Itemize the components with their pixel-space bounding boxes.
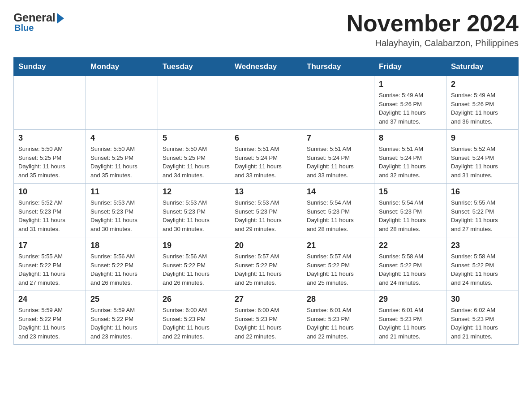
day-number: 15 <box>379 187 442 197</box>
day-info: Sunrise: 6:01 AMSunset: 5:23 PMDaylight:… <box>307 306 369 341</box>
day-number: 3 <box>18 133 81 143</box>
calendar-cell: 12Sunrise: 5:53 AMSunset: 5:23 PMDayligh… <box>158 184 230 237</box>
calendar-cell: 16Sunrise: 5:55 AMSunset: 5:22 PMDayligh… <box>446 184 519 237</box>
calendar-week-row: 17Sunrise: 5:55 AMSunset: 5:22 PMDayligh… <box>14 237 519 291</box>
calendar-cell: 3Sunrise: 5:50 AMSunset: 5:25 PMDaylight… <box>14 130 86 184</box>
title-area: November 2024 Halayhayin, Calabarzon, Ph… <box>347 11 519 48</box>
day-number: 18 <box>90 241 153 250</box>
day-info: Sunrise: 6:01 AMSunset: 5:23 PMDaylight:… <box>379 306 442 341</box>
day-info: Sunrise: 5:51 AMSunset: 5:24 PMDaylight:… <box>379 145 442 180</box>
day-info: Sunrise: 5:58 AMSunset: 5:22 PMDaylight:… <box>451 252 514 287</box>
day-number: 11 <box>90 187 153 197</box>
calendar-cell: 6Sunrise: 5:51 AMSunset: 5:24 PMDaylight… <box>230 130 302 184</box>
weekday-header-monday: Monday <box>86 58 158 76</box>
day-number: 16 <box>451 187 514 197</box>
calendar-cell: 24Sunrise: 5:59 AMSunset: 5:22 PMDayligh… <box>14 291 86 345</box>
calendar-cell: 29Sunrise: 6:01 AMSunset: 5:23 PMDayligh… <box>374 291 446 345</box>
calendar-cell <box>230 76 302 130</box>
calendar-cell: 25Sunrise: 5:59 AMSunset: 5:22 PMDayligh… <box>86 291 158 345</box>
day-number: 30 <box>451 295 514 304</box>
calendar-cell: 23Sunrise: 5:58 AMSunset: 5:22 PMDayligh… <box>446 237 519 291</box>
day-number: 21 <box>307 241 369 250</box>
day-number: 19 <box>163 241 225 250</box>
day-number: 12 <box>163 187 225 197</box>
day-number: 20 <box>235 241 297 250</box>
calendar-cell: 18Sunrise: 5:56 AMSunset: 5:22 PMDayligh… <box>86 237 158 291</box>
day-info: Sunrise: 5:59 AMSunset: 5:22 PMDaylight:… <box>18 306 81 341</box>
calendar-cell: 9Sunrise: 5:52 AMSunset: 5:24 PMDaylight… <box>446 130 519 184</box>
day-number: 10 <box>18 187 81 197</box>
day-info: Sunrise: 6:02 AMSunset: 5:23 PMDaylight:… <box>451 306 514 341</box>
day-info: Sunrise: 6:00 AMSunset: 5:23 PMDaylight:… <box>163 306 225 341</box>
calendar-week-row: 1Sunrise: 5:49 AMSunset: 5:26 PMDaylight… <box>14 76 519 130</box>
calendar-cell: 10Sunrise: 5:52 AMSunset: 5:23 PMDayligh… <box>14 184 86 237</box>
weekday-header-saturday: Saturday <box>446 58 519 76</box>
day-info: Sunrise: 5:49 AMSunset: 5:26 PMDaylight:… <box>451 91 514 126</box>
calendar-cell: 13Sunrise: 5:53 AMSunset: 5:23 PMDayligh… <box>230 184 302 237</box>
calendar-cell: 21Sunrise: 5:57 AMSunset: 5:22 PMDayligh… <box>302 237 374 291</box>
day-number: 13 <box>235 187 297 197</box>
calendar-cell: 19Sunrise: 5:56 AMSunset: 5:22 PMDayligh… <box>158 237 230 291</box>
weekday-header-thursday: Thursday <box>302 58 374 76</box>
day-info: Sunrise: 5:50 AMSunset: 5:25 PMDaylight:… <box>18 145 81 180</box>
calendar-cell: 7Sunrise: 5:51 AMSunset: 5:24 PMDaylight… <box>302 130 374 184</box>
calendar-cell <box>302 76 374 130</box>
calendar-cell: 17Sunrise: 5:55 AMSunset: 5:22 PMDayligh… <box>14 237 86 291</box>
day-info: Sunrise: 5:53 AMSunset: 5:23 PMDaylight:… <box>235 198 297 233</box>
day-info: Sunrise: 5:50 AMSunset: 5:25 PMDaylight:… <box>163 145 225 180</box>
day-number: 9 <box>451 133 514 143</box>
calendar-cell: 28Sunrise: 6:01 AMSunset: 5:23 PMDayligh… <box>302 291 374 345</box>
day-info: Sunrise: 5:57 AMSunset: 5:22 PMDaylight:… <box>307 252 369 287</box>
day-info: Sunrise: 5:51 AMSunset: 5:24 PMDaylight:… <box>307 145 369 180</box>
day-info: Sunrise: 5:52 AMSunset: 5:24 PMDaylight:… <box>451 145 514 180</box>
day-info: Sunrise: 5:54 AMSunset: 5:23 PMDaylight:… <box>307 198 369 233</box>
page-header: General Blue November 2024 Halayhayin, C… <box>13 11 519 48</box>
day-number: 6 <box>235 133 297 143</box>
day-info: Sunrise: 5:59 AMSunset: 5:22 PMDaylight:… <box>90 306 153 341</box>
calendar-cell: 4Sunrise: 5:50 AMSunset: 5:25 PMDaylight… <box>86 130 158 184</box>
day-info: Sunrise: 5:58 AMSunset: 5:22 PMDaylight:… <box>379 252 442 287</box>
day-number: 7 <box>307 133 369 143</box>
day-number: 29 <box>379 295 442 304</box>
calendar-cell: 27Sunrise: 6:00 AMSunset: 5:23 PMDayligh… <box>230 291 302 345</box>
calendar-cell: 26Sunrise: 6:00 AMSunset: 5:23 PMDayligh… <box>158 291 230 345</box>
calendar-week-row: 3Sunrise: 5:50 AMSunset: 5:25 PMDaylight… <box>14 130 519 184</box>
day-number: 14 <box>307 187 369 197</box>
day-info: Sunrise: 5:52 AMSunset: 5:23 PMDaylight:… <box>18 198 81 233</box>
calendar-header-row: SundayMondayTuesdayWednesdayThursdayFrid… <box>14 58 519 76</box>
calendar-week-row: 10Sunrise: 5:52 AMSunset: 5:23 PMDayligh… <box>14 184 519 237</box>
weekday-header-tuesday: Tuesday <box>158 58 230 76</box>
calendar-cell: 11Sunrise: 5:53 AMSunset: 5:23 PMDayligh… <box>86 184 158 237</box>
logo: General Blue <box>13 11 64 33</box>
calendar-cell <box>158 76 230 130</box>
calendar-cell: 15Sunrise: 5:54 AMSunset: 5:23 PMDayligh… <box>374 184 446 237</box>
page-title: November 2024 <box>347 11 519 36</box>
day-info: Sunrise: 5:51 AMSunset: 5:24 PMDaylight:… <box>235 145 297 180</box>
calendar-cell <box>14 76 86 130</box>
day-number: 27 <box>235 295 297 304</box>
weekday-header-wednesday: Wednesday <box>230 58 302 76</box>
day-info: Sunrise: 6:00 AMSunset: 5:23 PMDaylight:… <box>235 306 297 341</box>
day-info: Sunrise: 5:50 AMSunset: 5:25 PMDaylight:… <box>90 145 153 180</box>
day-number: 28 <box>307 295 369 304</box>
logo-blue-text: Blue <box>14 23 34 33</box>
day-number: 25 <box>90 295 153 304</box>
day-number: 17 <box>18 241 81 250</box>
calendar-cell: 2Sunrise: 5:49 AMSunset: 5:26 PMDaylight… <box>446 76 519 130</box>
calendar-table: SundayMondayTuesdayWednesdayThursdayFrid… <box>13 57 519 345</box>
day-number: 4 <box>90 133 153 143</box>
day-number: 5 <box>163 133 225 143</box>
calendar-cell: 1Sunrise: 5:49 AMSunset: 5:26 PMDaylight… <box>374 76 446 130</box>
day-info: Sunrise: 5:49 AMSunset: 5:26 PMDaylight:… <box>379 91 442 126</box>
location-subtitle: Halayhayin, Calabarzon, Philippines <box>347 38 519 48</box>
calendar-cell: 8Sunrise: 5:51 AMSunset: 5:24 PMDaylight… <box>374 130 446 184</box>
day-info: Sunrise: 5:53 AMSunset: 5:23 PMDaylight:… <box>90 198 153 233</box>
day-number: 24 <box>18 295 81 304</box>
calendar-cell: 14Sunrise: 5:54 AMSunset: 5:23 PMDayligh… <box>302 184 374 237</box>
day-number: 1 <box>379 80 442 89</box>
logo-arrow-icon <box>57 13 64 24</box>
day-number: 22 <box>379 241 442 250</box>
day-number: 2 <box>451 80 514 89</box>
calendar-cell: 20Sunrise: 5:57 AMSunset: 5:22 PMDayligh… <box>230 237 302 291</box>
day-number: 23 <box>451 241 514 250</box>
